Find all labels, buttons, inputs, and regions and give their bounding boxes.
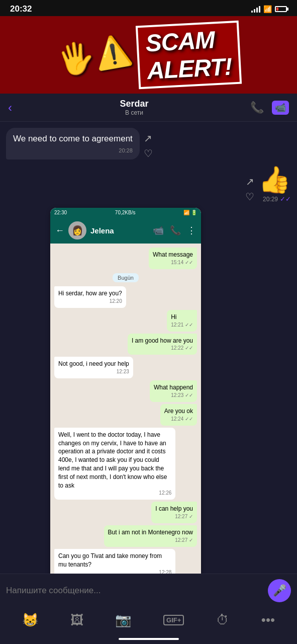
wifi-icon: 📶 [263,5,272,13]
wa-speed: 70,2KB/s [115,210,136,215]
scam-hand-icon: 🖐⚠️ [54,31,135,79]
wa-header: ← 👩 Jelena 📹 📞 ⋮ [50,217,201,244]
wa-message: Hi serdar, how are you? 12:20 [54,286,126,308]
battery-icon [275,6,287,12]
wa-msg-time: 12:27 ✓ [155,513,193,520]
status-time: 20:32 [10,4,32,14]
wa-message: I can help you 12:27 ✓ [151,502,197,523]
wa-msg-text: I am good how are you [132,337,193,345]
wa-message: What happend 12:23 ✓✓ [150,380,197,402]
call-icon[interactable]: 📞 [250,101,264,114]
bottom-input-area: 🎤 😸 🖼 📷 GIF+ ⏱ ••• [0,574,297,644]
wa-msg-time: 12:26 [58,490,171,497]
scam-alert-overlay: 🖐⚠️ SCAMALERT! [0,16,297,94]
wa-msg-text: Hi [171,313,193,321]
share-icon[interactable]: ↗ [144,132,152,144]
wa-msg-time: 12:23 ✓✓ [154,392,193,399]
bottom-indicator [119,638,179,640]
wa-msg-text: What happend [154,383,193,392]
wa-header-icons: 📹 📞 ⋮ [153,225,196,236]
contact-name: Serdar [120,99,148,109]
video-icon[interactable]: 📹 [272,101,289,115]
wa-msg-time: 12:22 ✓✓ [132,345,193,352]
wa-message: Are you ok 12:24 ✓✓ [160,404,197,426]
wa-msg-text: Well, I went to the doctor today, I have… [58,431,171,490]
wa-message: Not good, i need your help 12:23 [54,357,133,378]
wa-signal-icons: 📶 🔋 [183,210,197,215]
timer-icon[interactable]: ⏱ [216,612,229,628]
wa-msg-text: Are you ok [164,407,193,416]
wa-time: 22:30 [54,210,67,215]
wa-msg-text: Hi serdar, how are you? [58,289,122,298]
heart-icon[interactable]: ♡ [144,147,153,159]
wa-msg-text: Not good, i need your help [58,360,129,368]
wa-msg-time: 12:27 ✓ [108,537,193,544]
sent-time: 20:29 [263,196,278,203]
header-center: Serdar В сети [18,99,250,116]
wa-msg-text: What message [153,251,193,259]
emoji-sticker-icon[interactable]: 😸 [22,612,38,628]
thumbs-up-emoji: 👍 [258,165,291,195]
wa-msg-time: 12:23 [58,368,129,375]
wa-back-icon: ← [55,225,64,236]
wa-msg-text: I can help you [155,505,193,513]
wa-msg-time: 15:14 ✓✓ [153,259,193,266]
message-text: We need to come to agreement [13,134,133,143]
wa-msg-time: 12:20 [58,298,122,305]
wa-message: I am good how are you 12:22 ✓✓ [128,334,197,355]
message-time: 20:28 [13,147,133,154]
camera-icon[interactable]: 📷 [115,612,131,628]
message-input[interactable] [6,586,263,596]
status-bar: 20:32 📶 [0,0,297,16]
message-reactions: ↗ ♡ [144,132,153,159]
heart-icon-right[interactable]: ♡ [245,191,254,203]
back-button[interactable]: ‹ [8,101,12,115]
chat-header: ‹ Serdar В сети 📞 📹 [0,94,297,122]
wa-message: But i am not in Montenegro now 12:27 ✓ [104,525,197,547]
status-icons: 📶 [251,5,287,13]
message-row: We need to come to agreement 20:28 ↗ ♡ [6,128,291,159]
wa-msg-time: 12:24 ✓✓ [164,416,193,423]
wa-call-icon[interactable]: 📞 [170,225,181,236]
wa-msg-text: But i am not in Montenegro now [108,528,193,537]
message-row-sent: ↗ ♡ 👍 20:29 ✓✓ [6,165,291,203]
double-check-icon: ✓✓ [280,195,291,203]
mic-button[interactable]: 🎤 [268,579,291,602]
contact-status: В сети [125,109,143,116]
wa-avatar: 👩 [68,221,86,239]
scam-text: SCAMALERT! [136,21,242,90]
wa-message: Hi 12:21 ✓✓ [167,310,197,332]
header-actions: 📞 📹 [250,101,289,115]
gif-icon[interactable]: GIF+ [163,615,184,625]
share-icon-right[interactable]: ↗ [246,176,254,188]
chat-body: We need to come to agreement 20:28 ↗ ♡ ↗… [0,122,297,644]
more-icon[interactable]: ••• [261,612,275,628]
wa-message: Well, I went to the doctor today, I have… [54,428,175,500]
wa-status-bar: 22:30 70,2KB/s 📶 🔋 [50,208,201,217]
wa-msg-time: 12:21 ✓✓ [171,321,193,329]
wa-date-divider: Bugün [113,273,139,282]
signal-icon [251,6,260,13]
input-row: 🎤 [0,574,297,607]
wa-message: What message 15:14 ✓✓ [149,248,197,269]
wa-msg-text: Can you go Tivat and take money from mu … [58,552,171,569]
wa-video-icon[interactable]: 📹 [153,225,164,236]
message-reactions-right: ↗ ♡ [245,176,254,203]
wa-contact-name: Jelena [90,226,114,235]
image-icon[interactable]: 🖼 [70,612,83,628]
toolbar-row: 😸 🖼 📷 GIF+ ⏱ ••• [0,607,297,638]
message-bubble: We need to come to agreement 20:28 [6,128,140,159]
wa-menu-icon[interactable]: ⋮ [187,225,196,236]
